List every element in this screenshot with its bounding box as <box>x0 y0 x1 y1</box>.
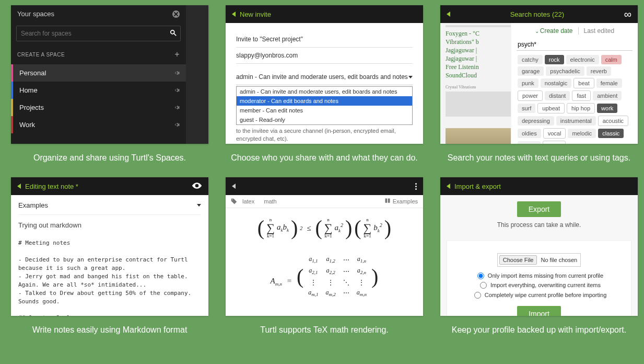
tag-item[interactable]: math <box>264 198 276 204</box>
gear-icon[interactable] <box>173 87 180 94</box>
tag-pill[interactable]: nostalgic <box>541 78 571 88</box>
tag-pill[interactable]: acoustic <box>598 116 628 126</box>
sort-last-edited[interactable]: Last edited <box>578 27 615 35</box>
tag-pill[interactable]: guitar <box>518 141 541 144</box>
tag-pill[interactable]: surf <box>518 104 535 113</box>
note-body-field[interactable]: # Meeting notes - Decided to buy an ente… <box>18 236 201 316</box>
invite-email[interactable]: slappy@lyonbros.com <box>236 48 413 64</box>
tag-pill[interactable]: depressing <box>518 116 554 126</box>
caption: Search your notes with text queries or u… <box>440 144 638 177</box>
sort-create-date[interactable]: Create date <box>535 27 573 35</box>
examples-link[interactable]: Examples <box>384 198 418 205</box>
search-icon[interactable] <box>167 29 180 38</box>
note-preview: Foxygen - "CVibrations" bJagjaguwar |Jag… <box>440 23 511 144</box>
gear-icon[interactable] <box>173 104 180 111</box>
sidebar-item-personal[interactable]: Personal <box>11 64 186 82</box>
tag-row: latex math Examples <box>226 195 423 208</box>
tag-item[interactable]: latex <box>242 198 254 204</box>
file-name: No file chosen <box>541 257 580 263</box>
spaces-title: Your spaces <box>17 10 172 18</box>
tag-pill[interactable]: electronic <box>566 55 599 64</box>
tag-pill[interactable]: chant <box>543 141 566 144</box>
svg-point-0 <box>171 30 174 33</box>
caption: Keep your profile backed up with import/… <box>440 316 638 349</box>
tag-pill[interactable]: female <box>596 78 622 88</box>
back-icon[interactable] <box>232 184 236 189</box>
spaces-header: Your spaces <box>11 5 186 22</box>
infinity-icon[interactable]: ∞ <box>624 8 631 20</box>
tag-pill[interactable]: instrumental <box>556 116 596 126</box>
role-option[interactable]: guest - Read-only <box>237 115 412 124</box>
close-icon[interactable] <box>172 10 180 18</box>
caption: Organize and share using Turtl's Spaces. <box>11 144 208 177</box>
tag-pill[interactable]: work <box>597 104 617 113</box>
back-icon[interactable] <box>17 184 21 189</box>
editor-header: Editing text note * <box>11 177 208 195</box>
create-space[interactable]: CREATE A SPACE + <box>11 44 186 64</box>
svg-line-1 <box>174 33 176 35</box>
invite-header: New invite <box>226 5 423 23</box>
role-dropdown[interactable]: admin - Can invite and moderate users, e… <box>236 86 413 125</box>
choose-file-button[interactable]: Choose File <box>499 255 537 265</box>
caption: Turtl supports TeX math rendering. <box>226 316 423 349</box>
tag-pill[interactable]: punk <box>518 78 538 88</box>
board-select[interactable]: Examples <box>18 195 201 215</box>
tag-pill[interactable]: distant <box>545 91 570 100</box>
io-header: Import & export <box>440 177 638 195</box>
tag-pill[interactable]: psychadelic <box>546 66 584 76</box>
tag-pill[interactable]: vocal <box>543 128 566 139</box>
math-render: ( n∑k=1 akbk )2 ≤ ( n∑k=1 ak2 ) ( n∑k=1 … <box>226 208 423 309</box>
tex-header <box>226 177 423 195</box>
export-note: This process can take a while. <box>447 217 631 235</box>
menu-icon[interactable] <box>415 183 417 190</box>
chevron-down-icon <box>197 204 201 207</box>
sidebar-item-home[interactable]: Home <box>11 82 186 99</box>
search-query-input[interactable] <box>517 39 633 51</box>
preview-icon[interactable] <box>192 182 202 191</box>
svg-point-2 <box>232 199 233 200</box>
gear-icon[interactable] <box>173 121 180 128</box>
tag-pill[interactable]: catchy <box>518 55 543 64</box>
tag-list: catchyrockelectroniccalmgaragepsychadeli… <box>517 54 633 144</box>
tag-pill[interactable]: calm <box>601 55 622 64</box>
caption: Choose who you share with and what they … <box>226 144 423 177</box>
tag-pill[interactable]: reverb <box>587 66 611 76</box>
tag-pill[interactable]: ambient <box>593 91 622 100</box>
back-icon[interactable] <box>447 12 450 17</box>
spaces-search[interactable] <box>16 26 181 41</box>
tag-pill[interactable]: beat <box>573 78 594 88</box>
role-option[interactable]: admin - Can invite and moderate users, e… <box>237 87 412 96</box>
sidebar-item-projects[interactable]: Projects <box>11 99 186 116</box>
role-option[interactable]: member - Can edit notes <box>237 106 412 115</box>
back-icon[interactable] <box>447 184 450 189</box>
tag-pill[interactable]: oldies <box>518 129 541 138</box>
tag-pill[interactable]: garage <box>518 66 544 76</box>
tag-pill[interactable]: rock <box>545 55 564 64</box>
tag-pill[interactable]: fast <box>572 90 591 101</box>
caption: Write notes easily using Markdown format <box>11 316 208 349</box>
export-button[interactable]: Export <box>517 201 561 217</box>
chevron-down-icon <box>408 76 413 78</box>
tag-icon <box>231 198 237 204</box>
invite-title: Invite to "Secret project" <box>236 31 413 48</box>
plus-icon: + <box>174 50 180 59</box>
tag-pill[interactable]: classic <box>598 129 624 138</box>
import-opt-2[interactable] <box>480 282 487 289</box>
import-opt-3[interactable] <box>474 292 481 299</box>
tag-pill[interactable]: melodic <box>568 129 596 138</box>
file-chooser[interactable]: Choose File No file chosen <box>497 253 581 267</box>
import-button[interactable]: Import <box>517 306 561 316</box>
note-title-field[interactable]: Trying out markdown <box>18 215 201 236</box>
import-opt-1[interactable] <box>477 272 484 279</box>
gear-icon[interactable] <box>173 70 180 76</box>
tag-pill[interactable]: power <box>518 90 543 101</box>
role-option[interactable]: moderator - Can edit boards and notes <box>237 96 412 106</box>
tag-pill[interactable]: upbeat <box>537 103 565 113</box>
back-icon[interactable] <box>232 12 236 17</box>
role-select[interactable]: admin - Can invite and moderate users, e… <box>236 69 413 85</box>
sidebar-item-work[interactable]: Work <box>11 116 186 133</box>
tag-pill[interactable]: hip hop <box>567 103 595 113</box>
search-header: Search notes (22) ∞ <box>440 5 638 23</box>
search-input[interactable] <box>17 26 167 41</box>
